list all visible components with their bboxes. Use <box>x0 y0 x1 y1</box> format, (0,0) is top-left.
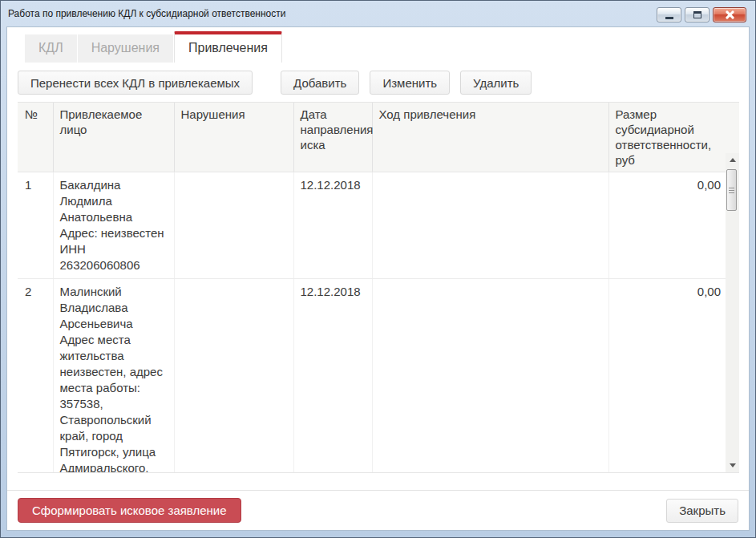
scroll-down-button[interactable] <box>726 459 739 472</box>
cell-violations <box>174 279 293 474</box>
edit-button[interactable]: Изменить <box>370 71 450 95</box>
column-header-progress[interactable]: Ход привлечения <box>372 103 608 172</box>
tab-violations[interactable]: Нарушения <box>78 34 174 63</box>
column-header-number[interactable]: № <box>18 103 53 172</box>
column-header-amount[interactable]: Размер субсидиарной ответственности, руб <box>608 103 739 172</box>
toolbar: Перенести всех КДЛ в привлекаемых Добави… <box>18 71 738 95</box>
cell-amount: 0,00 <box>608 279 739 474</box>
window-title: Работа по привлечению КДЛ к субсидиарной… <box>8 8 285 19</box>
cell-number: 2 <box>18 279 53 474</box>
table-vertical-scrollbar[interactable] <box>726 153 739 472</box>
tab-kdl[interactable]: КДЛ <box>25 34 78 63</box>
tab-attractions[interactable]: Привлечения <box>174 31 282 63</box>
cell-violations <box>174 172 293 279</box>
footer-bar: Сформировать исковое заявление Закрыть <box>7 490 749 530</box>
table-row[interactable]: 2 Малинский Владислава Арсеньевича Адрес… <box>18 279 739 474</box>
delete-button[interactable]: Удалить <box>460 71 532 95</box>
scrollbar-thumb[interactable] <box>726 169 737 211</box>
cell-progress <box>372 279 608 474</box>
scrollbar-track[interactable] <box>726 167 739 459</box>
maximize-icon <box>693 11 701 18</box>
attractions-table: № Привлекаемое лицо Нарушения Дата напра… <box>18 103 739 473</box>
cell-claim-date: 12.12.2018 <box>293 172 372 279</box>
window-controls <box>657 7 746 22</box>
column-header-claim-date[interactable]: Дата направления иска <box>293 103 372 172</box>
maximize-button[interactable] <box>685 7 710 22</box>
transfer-all-kdl-button[interactable]: Перенести всех КДЛ в привлекаемых <box>18 71 253 95</box>
title-bar[interactable]: Работа по привлечению КДЛ к субсидиарной… <box>1 1 755 26</box>
close-window-button[interactable] <box>713 7 746 22</box>
client-area: КДЛ Нарушения Привлечения Перенести всех… <box>6 26 750 531</box>
close-icon <box>725 10 735 19</box>
generate-claim-button[interactable]: Сформировать исковое заявление <box>18 498 241 523</box>
scrollbar-grip-icon <box>729 190 734 191</box>
cell-person: Бакалдина Людмила Анатольевна Адрес: неи… <box>53 172 174 279</box>
table-header-row: № Привлекаемое лицо Нарушения Дата напра… <box>18 103 739 172</box>
add-button[interactable]: Добавить <box>281 71 359 95</box>
cell-amount: 0,00 <box>608 172 739 279</box>
minimize-button[interactable] <box>657 7 681 22</box>
scroll-down-icon <box>730 463 736 467</box>
minimize-icon <box>665 17 673 19</box>
cell-progress <box>372 172 608 279</box>
cell-number: 1 <box>18 172 53 279</box>
cell-claim-date: 12.12.2018 <box>293 279 372 474</box>
attractions-table-container: № Привлекаемое лицо Нарушения Дата напра… <box>18 102 739 473</box>
scroll-up-icon <box>730 158 736 162</box>
tab-strip: КДЛ Нарушения Привлечения <box>25 31 749 63</box>
cell-person: Малинский Владислава Арсеньевича Адрес м… <box>53 279 174 474</box>
scroll-up-button[interactable] <box>726 153 739 167</box>
dialog-window: Работа по привлечению КДЛ к субсидиарной… <box>0 0 756 538</box>
column-header-violations[interactable]: Нарушения <box>174 103 293 172</box>
table-row[interactable]: 1 Бакалдина Людмила Анатольевна Адрес: н… <box>18 172 739 279</box>
close-dialog-button[interactable]: Закрыть <box>666 499 738 523</box>
column-header-person[interactable]: Привлекаемое лицо <box>53 103 174 172</box>
